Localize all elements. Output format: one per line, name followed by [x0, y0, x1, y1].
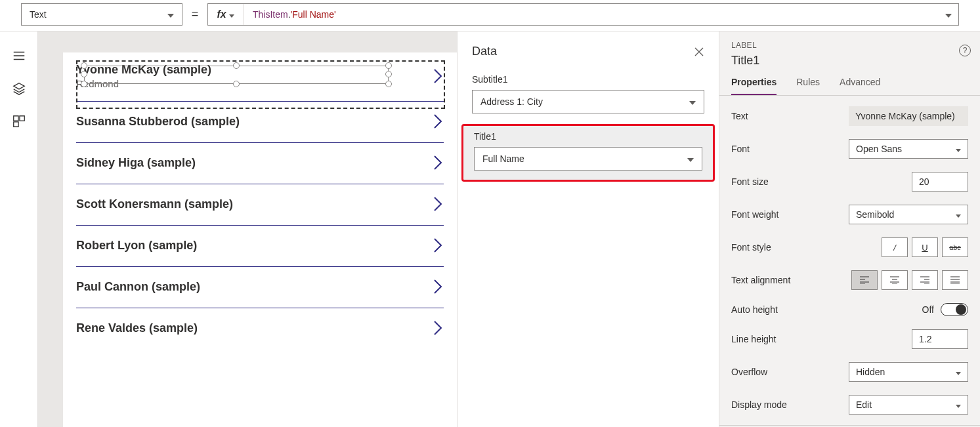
prop-label: Text [731, 111, 748, 121]
formula-token-thisitem: ThisItem [253, 9, 288, 20]
formula-bar: Text = fx ThisItem.'Full Name' [0, 0, 980, 31]
chevron-right-icon[interactable] [432, 67, 444, 85]
control-type-label: LABEL [731, 41, 968, 50]
prop-row-overflow: Overflow Hidden [719, 356, 980, 388]
prop-overflow-select[interactable]: Hidden [849, 362, 968, 382]
chevron-down-icon [956, 399, 961, 410]
prop-font-select[interactable]: Open Sans [849, 139, 968, 159]
chevron-right-icon[interactable] [432, 153, 444, 172]
properties-panel: LABEL Title1 ? Properties Rules Advanced… [719, 31, 980, 427]
prop-row-autoheight: Auto height Off [719, 296, 980, 323]
phone-screen: Yvonne McKay (sample) Redmond Susanna St… [63, 52, 457, 427]
hamburger-icon[interactable] [12, 49, 26, 63]
align-justify-icon [950, 276, 960, 284]
list-item[interactable]: Sidney Higa (sample) [76, 143, 444, 184]
italic-button[interactable]: / [882, 237, 908, 257]
prop-label: Overflow [731, 367, 767, 377]
prop-row-fontstyle: Font style / U abc [719, 231, 980, 264]
chevron-down-icon [956, 367, 961, 377]
prop-row-fontsize: Font size 20 [719, 165, 980, 198]
divider [719, 425, 980, 426]
layers-icon[interactable] [12, 81, 26, 96]
align-right-icon [920, 276, 929, 284]
canvas-area[interactable]: Yvonne McKay (sample) Redmond Susanna St… [38, 31, 457, 427]
chevron-down-icon [956, 209, 961, 220]
prop-lineheight-input[interactable]: 1.2 [912, 329, 968, 349]
formula-input[interactable]: ThisItem.'Full Name' [244, 9, 939, 20]
toggle-value: Off [922, 304, 934, 315]
field-block-title1: Title1 Full Name [461, 124, 715, 182]
field-select-value: Full Name [482, 153, 524, 164]
field-select-subtitle1[interactable]: Address 1: City [472, 90, 704, 113]
property-select-value: Text [30, 9, 47, 20]
prop-row-fontweight: Font weight Semibold [719, 198, 980, 231]
prop-row-font: Font Open Sans [719, 132, 980, 165]
chevron-down-icon [167, 9, 174, 20]
align-center-button[interactable] [882, 270, 908, 290]
prop-displaymode-select[interactable]: Edit [849, 395, 968, 415]
left-rail [0, 31, 38, 427]
field-label: Title1 [474, 131, 702, 142]
chevron-down-icon [229, 9, 234, 20]
prop-row-displaymode: Display mode Edit [719, 388, 980, 421]
help-icon[interactable]: ? [959, 45, 971, 56]
list-item[interactable]: Susanna Stubberod (sample) [76, 102, 444, 143]
align-justify-button[interactable] [942, 270, 968, 290]
prop-row-align: Text alignment [719, 264, 980, 296]
underline-button[interactable]: U [912, 237, 938, 257]
properties-tabs: Properties Rules Advanced [719, 68, 980, 96]
list-item[interactable]: Paul Cannon (sample) [76, 267, 444, 308]
item-title: Paul Cannon (sample) [76, 280, 200, 294]
list-item[interactable]: Rene Valdes (sample) [76, 308, 444, 349]
prop-label: Font size [731, 176, 769, 187]
prop-label: Line height [731, 334, 777, 344]
formula-token-field: 'Full Name' [291, 9, 336, 20]
chevron-down-icon [687, 153, 694, 164]
fx-button[interactable]: fx [208, 4, 244, 25]
prop-label: Font weight [731, 209, 778, 220]
prop-fontweight-select[interactable]: Semibold [849, 205, 968, 224]
chevron-right-icon[interactable] [432, 319, 444, 337]
components-icon[interactable] [12, 114, 26, 129]
item-title: Susanna Stubberod (sample) [76, 115, 240, 129]
list-item[interactable]: Robert Lyon (sample) [76, 226, 444, 267]
item-title: Sidney Higa (sample) [76, 156, 196, 170]
prop-text-value[interactable]: Yvonne McKay (sample) [849, 106, 968, 126]
chevron-right-icon[interactable] [432, 236, 444, 254]
tab-rules[interactable]: Rules [796, 77, 820, 95]
autoheight-toggle[interactable] [941, 303, 968, 316]
property-select[interactable]: Text [21, 3, 182, 26]
list-item[interactable]: Scott Konersmann (sample) [76, 184, 444, 226]
align-center-icon [890, 276, 899, 284]
align-group [851, 270, 968, 290]
data-panel-title: Data [472, 45, 497, 58]
control-name: Title1 [731, 54, 968, 68]
align-right-button[interactable] [912, 270, 938, 290]
strike-button[interactable]: abc [942, 237, 968, 257]
chevron-right-icon[interactable] [432, 277, 444, 296]
item-title: Yvonne McKay (sample) [76, 63, 211, 77]
item-title: Scott Konersmann (sample) [76, 197, 233, 211]
chevron-right-icon[interactable] [432, 112, 444, 131]
tab-properties[interactable]: Properties [731, 77, 777, 95]
font-style-group: / U abc [882, 237, 968, 257]
formula-expand-button[interactable] [939, 9, 958, 20]
align-left-button[interactable] [851, 270, 878, 290]
close-icon[interactable] [694, 47, 704, 57]
prop-fontsize-input[interactable]: 20 [912, 172, 968, 192]
chevron-down-icon [956, 144, 961, 154]
chevron-right-icon[interactable] [432, 195, 444, 213]
tab-advanced[interactable]: Advanced [840, 77, 880, 95]
prop-label: Font [731, 144, 750, 154]
prop-label: Auto height [731, 304, 778, 315]
item-title: Robert Lyon (sample) [76, 239, 197, 253]
field-label: Subtitle1 [472, 74, 704, 85]
list-item[interactable]: Yvonne McKay (sample) Redmond [76, 52, 444, 102]
item-subtitle: Redmond [76, 78, 211, 89]
formula-input-container: fx ThisItem.'Full Name' [207, 3, 959, 26]
prop-label: Display mode [731, 399, 787, 410]
field-select-title1[interactable]: Full Name [474, 147, 702, 171]
equals-sign: = [190, 7, 200, 21]
field-block-subtitle1: Subtitle1 Address 1: City [458, 68, 719, 121]
field-select-value: Address 1: City [480, 96, 543, 107]
